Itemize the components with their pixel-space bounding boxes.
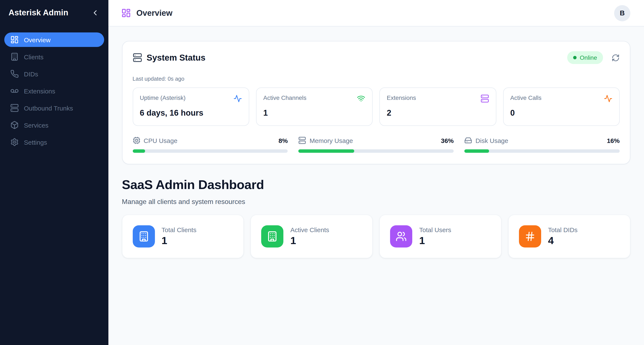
system-status-title: System Status [146,53,206,62]
wifi-icon [357,94,366,103]
usage-disk: Disk Usage 16% [464,136,620,153]
stat-box-uptime: Uptime (Asterisk) 6 days, 16 hours [132,88,249,126]
sidebar-item-label: Extensions [24,87,55,94]
cpu-progress-track [132,149,288,153]
avatar[interactable]: B [614,5,630,21]
metric-label: Total Users [419,226,451,234]
main-content: System Status Online [108,26,644,345]
status-badge-label: Online [580,54,597,61]
disk-progress-track [464,149,620,153]
building-icon [10,52,19,61]
hard-drive-icon [464,136,472,144]
stat-value: 1 [263,108,366,118]
voicemail-icon [10,86,19,95]
stat-box-active-calls: Active Calls 0 [503,88,620,126]
sidebar-item-label: DIDs [24,70,38,78]
sidebar-item-label: Clients [24,53,44,60]
sidebar-item-outbound-trunks[interactable]: Outbound Trunks [4,101,104,115]
server-icon [480,94,489,103]
metric-card-total-clients: Total Clients 1 [122,215,244,258]
building-icon [132,225,155,248]
stat-value: 2 [387,108,489,118]
sidebar-item-clients[interactable]: Clients [4,50,104,64]
metric-value: 4 [548,235,578,247]
metric-label: Total Clients [162,226,196,234]
stat-label: Active Channels [263,94,306,101]
sidebar-item-label: Overview [24,36,50,43]
usage-memory: Memory Usage 36% [298,136,454,153]
sidebar-item-label: Outbound Trunks [24,104,73,112]
sidebar: Asterisk Admin Overview Clients [0,0,108,345]
sidebar-item-label: Settings [24,138,47,146]
users-icon [390,225,412,248]
stat-value: 6 days, 16 hours [140,108,242,118]
stat-value: 0 [510,108,612,118]
settings-icon [10,138,19,146]
server-icon [10,104,19,112]
app-title: Asterisk Admin [8,8,68,18]
refresh-icon [612,54,620,62]
refresh-button[interactable] [612,54,620,62]
memory-progress-track [298,149,454,153]
server-icon [298,136,306,144]
metric-card-grid: Total Clients 1 Active Clients 1 [122,215,630,258]
page-title: Overview [136,8,172,18]
status-stats-grid: Uptime (Asterisk) 6 days, 16 hours Activ… [132,88,620,126]
activity-icon [234,94,242,103]
sidebar-item-overview[interactable]: Overview [4,32,104,47]
status-dot [573,56,576,59]
metric-card-total-users: Total Users 1 [380,215,502,258]
layout-dashboard-icon [121,8,131,18]
dashboard-title: SaaS Admin Dashboard [122,178,630,192]
usage-value: 36% [441,137,454,144]
stat-label: Extensions [387,94,416,101]
memory-progress-fill [298,149,354,153]
stat-label: Uptime (Asterisk) [140,94,186,101]
usage-value: 16% [607,137,620,144]
disk-progress-fill [464,149,489,153]
dashboard-subtitle: Manage all clients and system resources [122,198,630,206]
stat-box-active-channels: Active Channels 1 [256,88,373,126]
status-badge: Online [567,51,603,64]
usage-value: 8% [278,137,288,144]
last-updated-text: Last updated: 0s ago [132,76,620,82]
metric-value: 1 [162,235,196,247]
metric-value: 1 [290,235,329,247]
sidebar-nav: Overview Clients DIDs Extensions [0,32,108,152]
activity-icon [604,94,612,103]
metric-card-total-dids: Total DIDs 4 [508,215,630,258]
system-status-card: System Status Online [122,41,630,164]
sidebar-header: Asterisk Admin [0,0,108,26]
sidebar-item-services[interactable]: Services [4,118,104,132]
usage-label: Memory Usage [310,137,438,144]
cpu-progress-fill [132,149,145,153]
stat-label: Active Calls [510,94,541,101]
app-root: Asterisk Admin Overview Clients [0,0,644,345]
sidebar-item-extensions[interactable]: Extensions [4,84,104,98]
chevron-left-icon [91,8,99,17]
metric-label: Active Clients [290,226,329,234]
building-icon [262,225,284,248]
server-icon [132,53,142,62]
cpu-icon [132,136,140,144]
hash-icon [519,225,541,248]
sidebar-item-dids[interactable]: DIDs [4,66,104,81]
sidebar-item-label: Services [24,122,48,129]
sidebar-item-settings[interactable]: Settings [4,135,104,149]
main-column: Overview B System Status [108,0,644,345]
usage-label: CPU Usage [144,137,275,144]
stat-box-extensions: Extensions 2 [380,88,496,126]
usage-label: Disk Usage [476,137,604,144]
metric-label: Total DIDs [548,226,578,234]
layout-dashboard-icon [10,36,19,44]
page-header: Overview B [108,0,644,26]
phone-icon [10,70,19,78]
usage-cpu: CPU Usage 8% [132,136,288,153]
usage-grid: CPU Usage 8% Memory Usage [132,136,620,153]
sidebar-collapse-button[interactable] [90,7,100,18]
metric-value: 1 [419,235,451,247]
package-icon [10,121,19,129]
metric-card-active-clients: Active Clients 1 [251,215,373,258]
